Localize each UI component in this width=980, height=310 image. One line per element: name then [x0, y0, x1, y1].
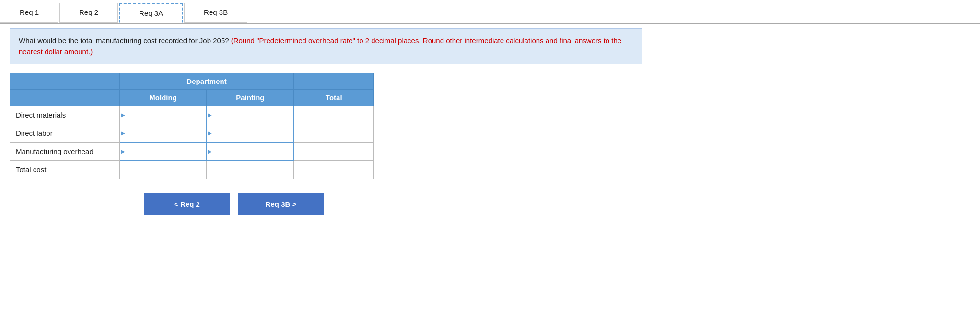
table-row: Direct labor ▶ ▶	[10, 124, 374, 143]
direct-materials-total-cell	[294, 106, 374, 124]
main-content: What would be the total manufacturing co…	[0, 28, 980, 225]
table-row: Total cost	[10, 161, 374, 179]
tabs-container: Req 1 Req 2 Req 3A Req 3B	[0, 0, 980, 24]
col-header-molding: Molding	[119, 90, 207, 106]
total-cost-painting-cell	[207, 161, 294, 179]
col-subheader-empty	[10, 90, 120, 106]
arrow-indicator: ▶	[121, 113, 125, 118]
arrow-indicator: ▶	[121, 131, 125, 136]
mfg-overhead-total-cell	[294, 143, 374, 161]
tab-req2-label: Req 2	[79, 8, 98, 16]
direct-labor-total-cell	[294, 124, 374, 143]
dept-header: Department	[119, 73, 294, 90]
prev-button-label: < Req 2	[174, 200, 200, 208]
instruction-box: What would be the total manufacturing co…	[10, 28, 642, 64]
row-label-direct-materials: Direct materials	[10, 106, 120, 124]
tab-req2[interactable]: Req 2	[59, 3, 118, 23]
col-header-empty	[10, 73, 120, 90]
direct-labor-molding-cell[interactable]: ▶	[119, 124, 207, 143]
col-header-total: Total	[294, 90, 374, 106]
prev-button[interactable]: < Req 2	[144, 193, 230, 215]
mfg-overhead-painting-input[interactable]	[207, 143, 293, 159]
direct-labor-painting-cell[interactable]: ▶	[207, 124, 294, 143]
row-label-direct-labor: Direct labor	[10, 124, 120, 143]
direct-labor-painting-input[interactable]	[207, 125, 293, 141]
cost-table-wrapper: Department Molding Painting Total	[10, 73, 374, 179]
next-button-label: Req 3B >	[266, 200, 297, 208]
instruction-main-text: What would be the total manufacturing co…	[19, 36, 229, 45]
mfg-overhead-painting-cell[interactable]: ▶	[207, 143, 294, 161]
col-header-painting: Painting	[207, 90, 294, 106]
tab-req1[interactable]: Req 1	[0, 3, 58, 23]
tab-req3b-label: Req 3B	[204, 8, 228, 16]
arrow-indicator: ▶	[208, 149, 212, 154]
total-cost-total-cell	[294, 161, 374, 179]
col-header-total-empty	[294, 73, 374, 90]
table-row: Manufacturing overhead ▶ ▶	[10, 143, 374, 161]
next-button[interactable]: Req 3B >	[238, 193, 324, 215]
mfg-overhead-molding-input[interactable]	[120, 143, 207, 159]
cost-table: Department Molding Painting Total	[10, 73, 374, 179]
arrow-indicator: ▶	[208, 113, 212, 118]
total-cost-molding-cell	[119, 161, 207, 179]
tab-req3a-label: Req 3A	[139, 9, 163, 17]
tab-req3a[interactable]: Req 3A	[119, 3, 183, 23]
arrow-indicator: ▶	[208, 131, 212, 136]
row-label-manufacturing-overhead: Manufacturing overhead	[10, 143, 120, 161]
direct-materials-painting-cell[interactable]: ▶	[207, 106, 294, 124]
tab-req3b[interactable]: Req 3B	[184, 3, 247, 23]
mfg-overhead-molding-cell[interactable]: ▶	[119, 143, 207, 161]
direct-materials-molding-cell[interactable]: ▶	[119, 106, 207, 124]
direct-materials-molding-input[interactable]	[120, 107, 207, 123]
direct-materials-painting-input[interactable]	[207, 107, 293, 123]
nav-buttons: < Req 2 Req 3B >	[144, 193, 970, 215]
direct-labor-molding-input[interactable]	[120, 125, 207, 141]
arrow-indicator: ▶	[121, 149, 125, 154]
table-row: Direct materials ▶ ▶	[10, 106, 374, 124]
tab-req1-label: Req 1	[20, 8, 39, 16]
row-label-total-cost: Total cost	[10, 161, 120, 179]
